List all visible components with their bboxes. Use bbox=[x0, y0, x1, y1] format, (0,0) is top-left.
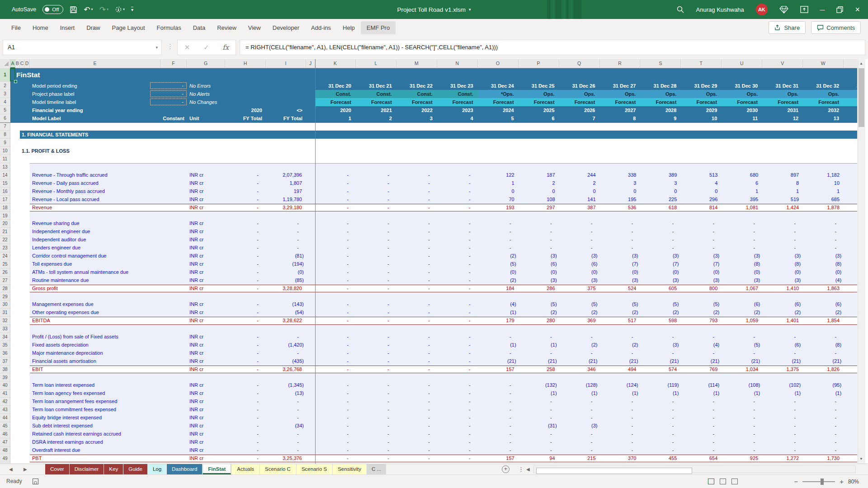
value-cell[interactable]: - bbox=[640, 220, 674, 228]
value-cell[interactable]: - bbox=[478, 220, 511, 228]
constant-cell[interactable]: - bbox=[225, 204, 259, 212]
row-label[interactable]: Profit / (Loss) from sale of Fixed asset… bbox=[32, 333, 118, 341]
value-cell[interactable]: 0 bbox=[640, 188, 677, 196]
row-header-25[interactable]: 25 bbox=[0, 260, 10, 268]
period-year[interactable]: 2028 bbox=[640, 106, 676, 114]
row-label[interactable]: PBT bbox=[32, 455, 42, 463]
value-cell[interactable]: - bbox=[437, 422, 471, 430]
unit-cell[interactable]: INR cr bbox=[189, 179, 203, 188]
value-cell[interactable]: - bbox=[315, 252, 349, 260]
period-number[interactable]: 9 bbox=[640, 114, 676, 122]
value-cell[interactable]: - bbox=[315, 309, 349, 317]
value-cell[interactable]: - bbox=[437, 357, 471, 366]
unit-cell[interactable]: INR cr bbox=[189, 317, 203, 325]
value-cell[interactable]: - bbox=[315, 244, 349, 252]
name-box[interactable]: A1 ▾ bbox=[3, 40, 162, 55]
value-cell[interactable]: - bbox=[559, 406, 593, 414]
value-cell[interactable]: (1) bbox=[681, 389, 719, 398]
fy-total-cell[interactable]: (81) bbox=[266, 252, 304, 260]
row-header-3[interactable]: 3 bbox=[0, 90, 10, 98]
value-cell[interactable]: (0) bbox=[803, 268, 841, 277]
value-cell[interactable]: 1,424 bbox=[762, 204, 799, 212]
value-cell[interactable]: - bbox=[437, 204, 471, 212]
value-cell[interactable]: 1,401 bbox=[762, 317, 799, 325]
value-cell[interactable]: (5) bbox=[640, 300, 679, 309]
value-cell[interactable]: (0) bbox=[722, 268, 760, 277]
sheet-tab-cover[interactable]: Cover bbox=[45, 464, 69, 474]
fy-total-cell[interactable]: (54) bbox=[266, 309, 304, 317]
unit-cell[interactable]: INR cr bbox=[189, 430, 203, 438]
period-year[interactable]: 2026 bbox=[559, 106, 595, 114]
row-header-15[interactable]: 15 bbox=[0, 179, 10, 188]
value-cell[interactable]: - bbox=[640, 422, 674, 430]
value-cell[interactable]: - bbox=[681, 398, 714, 406]
value-cell[interactable]: 605 bbox=[640, 285, 677, 293]
value-cell[interactable]: (21) bbox=[681, 357, 719, 366]
value-cell[interactable]: 1,826 bbox=[803, 366, 840, 374]
value-cell[interactable]: - bbox=[640, 438, 674, 446]
value-cell[interactable]: - bbox=[762, 333, 796, 341]
value-cell[interactable]: - bbox=[519, 228, 552, 236]
value-cell[interactable]: - bbox=[559, 220, 593, 228]
value-cell[interactable]: - bbox=[640, 236, 674, 244]
value-cell[interactable]: (0) bbox=[600, 268, 638, 277]
period-date[interactable]: 31 Dec 32 bbox=[803, 82, 839, 90]
value-cell[interactable]: - bbox=[315, 438, 349, 446]
fy-total-cell[interactable]: 3,26,768 bbox=[266, 366, 302, 374]
value-cell[interactable]: 1 bbox=[803, 188, 840, 196]
comments-button[interactable]: Comments bbox=[811, 21, 861, 34]
value-cell[interactable]: (7) bbox=[681, 260, 719, 268]
value-cell[interactable]: 1,863 bbox=[803, 285, 840, 293]
value-cell[interactable]: - bbox=[681, 430, 714, 438]
row-label[interactable]: Revenue - Through traffic accrued bbox=[32, 171, 108, 179]
period-date[interactable]: 31 Dec 24 bbox=[478, 82, 514, 90]
column-header-M[interactable]: M bbox=[396, 59, 437, 68]
value-cell[interactable]: 1,081 bbox=[722, 204, 758, 212]
value-cell[interactable]: (3) bbox=[762, 277, 801, 285]
value-cell[interactable]: (0) bbox=[762, 268, 801, 277]
period-number[interactable]: 2 bbox=[356, 114, 392, 122]
value-cell[interactable]: (1) bbox=[519, 341, 557, 349]
row-header-48[interactable]: 48 bbox=[0, 446, 10, 455]
column-header-S[interactable]: S bbox=[640, 59, 681, 68]
constant-cell[interactable]: - bbox=[225, 414, 259, 422]
value-cell[interactable]: - bbox=[396, 333, 430, 341]
row-header-40[interactable]: 40 bbox=[0, 381, 10, 389]
value-cell[interactable]: (21) bbox=[722, 357, 760, 366]
value-cell[interactable]: - bbox=[396, 455, 430, 463]
value-cell[interactable]: - bbox=[396, 300, 430, 309]
tab-scroll-right-icon[interactable]: ▶ bbox=[24, 464, 27, 474]
constant-cell[interactable]: - bbox=[225, 260, 259, 268]
fy-total-cell[interactable]: 1,19,780 bbox=[266, 196, 302, 204]
period-date[interactable]: 31 Dec 26 bbox=[559, 82, 595, 90]
value-cell[interactable]: (3) bbox=[722, 277, 760, 285]
vertical-scrollbar-thumb[interactable] bbox=[859, 68, 864, 127]
value-cell[interactable]: (108) bbox=[722, 381, 760, 389]
value-cell[interactable]: - bbox=[315, 236, 349, 244]
value-cell[interactable]: - bbox=[803, 438, 836, 446]
value-cell[interactable]: - bbox=[356, 366, 389, 374]
value-cell[interactable]: - bbox=[356, 252, 389, 260]
value-cell[interactable]: - bbox=[681, 244, 714, 252]
column-header-F[interactable]: F bbox=[160, 59, 187, 68]
fy-total-cell[interactable]: - bbox=[266, 236, 299, 244]
value-cell[interactable]: (6) bbox=[762, 300, 801, 309]
fy-total-cell[interactable]: (85) bbox=[266, 277, 304, 285]
period-year[interactable]: 2022 bbox=[396, 106, 433, 114]
constant-cell[interactable]: - bbox=[225, 430, 259, 438]
value-cell[interactable]: - bbox=[681, 333, 714, 341]
value-cell[interactable]: - bbox=[600, 446, 633, 455]
value-cell[interactable]: - bbox=[437, 414, 471, 422]
value-cell[interactable]: 338 bbox=[600, 171, 637, 179]
period-year[interactable]: 2029 bbox=[681, 106, 717, 114]
period-timeline[interactable]: Forecast bbox=[396, 98, 433, 106]
sheet-tab-actuals[interactable]: Actuals bbox=[231, 464, 259, 474]
row-label[interactable]: Term loan arrangement fees expensed bbox=[32, 398, 117, 406]
value-cell[interactable]: - bbox=[356, 285, 389, 293]
row-label[interactable]: Routine maintenance due bbox=[32, 277, 89, 285]
row-label[interactable]: Toll expenses due bbox=[32, 260, 72, 268]
value-cell[interactable]: - bbox=[762, 349, 796, 357]
period-date[interactable]: 31 Dec 21 bbox=[356, 82, 392, 90]
value-cell[interactable]: (1) bbox=[519, 389, 557, 398]
period-phase[interactable]: Const. bbox=[396, 90, 433, 98]
